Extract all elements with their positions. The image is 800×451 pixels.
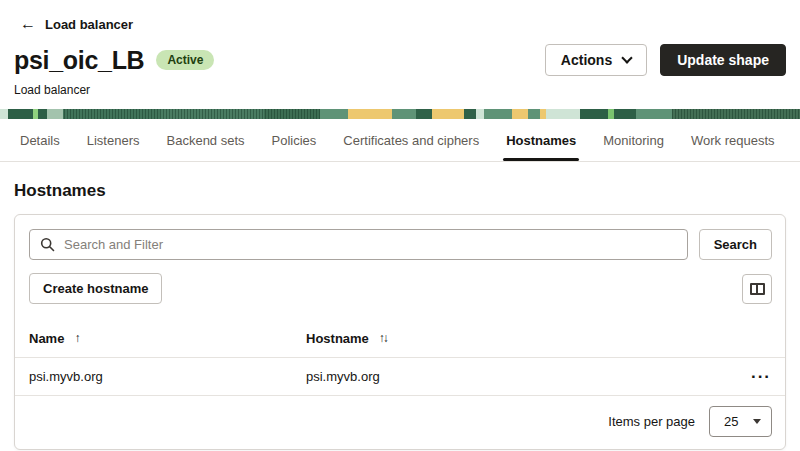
row-name-cell: psi.myvb.org [29,369,306,384]
sort-both-icon: ↑↓ [379,331,387,345]
tab-listeners[interactable]: Listeners [87,119,140,161]
page-title: psi_oic_LB [14,46,144,75]
tab-work-requests[interactable]: Work requests [691,119,775,161]
page-subtitle: Load balancer [14,83,786,97]
back-link-label: Load balancer [45,17,133,32]
items-per-page-value: 25 [724,414,738,429]
search-button[interactable]: Search [699,229,772,260]
page-header: ← Load balancer psi_oic_LB Active Action… [0,0,800,97]
column-header-hostname[interactable]: Hostname ↑↓ [306,331,727,346]
tab-hostnames[interactable]: Hostnames [506,119,576,161]
table-header-row: Name ↑ Hostname ↑↓ [15,319,785,358]
tab-details[interactable]: Details [20,119,60,161]
header-buttons: Actions Update shape [545,44,786,76]
column-header-name[interactable]: Name ↑ [29,331,306,346]
row-hostname-cell: psi.myvb.org [306,369,727,384]
decorative-banner [0,109,800,119]
row-actions-menu-icon[interactable]: ··· [727,372,771,382]
search-row: Search [15,215,785,266]
items-per-page-label: Items per page [608,414,695,429]
section-title: Hostnames [14,181,800,201]
update-shape-button[interactable]: Update shape [660,44,786,76]
chevron-down-icon [622,52,633,63]
manage-columns-button[interactable] [742,274,772,304]
tab-policies[interactable]: Policies [272,119,317,161]
column-header-name-label: Name [29,331,64,346]
tab-monitoring[interactable]: Monitoring [603,119,664,161]
banner-texture [64,109,320,119]
columns-icon [750,283,765,295]
hostnames-panel: Search Create hostname Name ↑ Hostname ↑… [14,214,786,450]
search-box [29,229,688,260]
actions-button-label: Actions [561,52,612,68]
back-arrow-icon: ← [20,16,36,32]
tab-certificates-and-ciphers[interactable]: Certificates and ciphers [343,119,479,161]
tab-bar: Details Listeners Backend sets Policies … [0,119,800,162]
table-footer: Items per page 25 [15,396,785,449]
search-icon [40,237,55,252]
banner-texture [672,109,800,119]
status-badge: Active [156,50,214,70]
actions-button[interactable]: Actions [545,44,647,76]
create-hostname-button[interactable]: Create hostname [29,273,162,304]
column-header-hostname-label: Hostname [306,331,369,346]
items-per-page-select[interactable]: 25 [709,406,772,437]
sort-asc-icon: ↑ [74,331,78,345]
select-caret-icon [753,419,761,424]
table-actions-row: Create hostname [15,266,785,319]
search-input[interactable] [64,237,677,252]
back-link[interactable]: ← Load balancer [20,16,133,32]
title-row: psi_oic_LB Active Actions Update shape [14,44,786,76]
tab-backend-sets[interactable]: Backend sets [167,119,245,161]
table-row: psi.myvb.org psi.myvb.org ··· [15,358,785,396]
